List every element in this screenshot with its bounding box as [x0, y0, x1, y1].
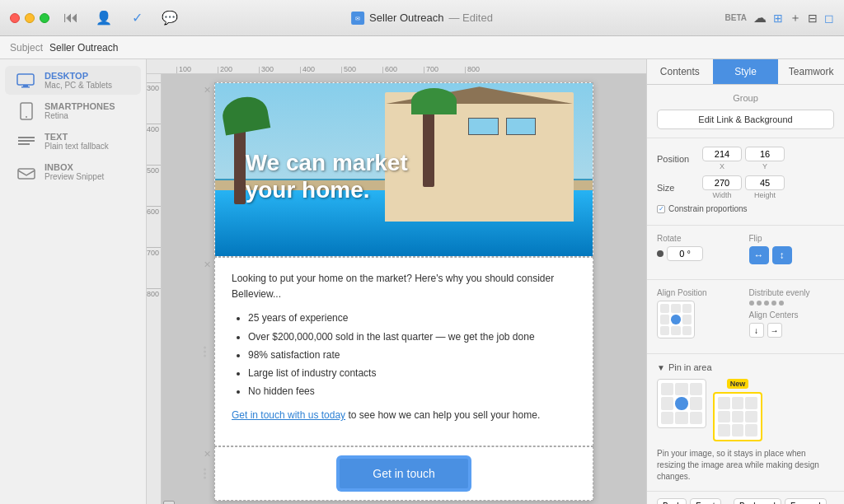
email-body-section[interactable]: ✕ Looking to put your home on the market…: [214, 257, 593, 446]
pin-description: Pin your image, so it stays in place whe…: [657, 448, 834, 483]
forward-btn[interactable]: Forward: [785, 498, 827, 504]
align-center-v-btn[interactable]: →: [767, 323, 782, 338]
edit-link-btn[interactable]: Edit Link & Background: [657, 110, 834, 129]
backward-forward-group: Backward Forward Ungroup: [726, 498, 834, 504]
align-cell-br[interactable]: [682, 326, 692, 335]
text-item-text: TEXT Plain text fallback: [45, 132, 109, 151]
flip-vertical-btn[interactable]: ↕: [772, 246, 792, 264]
canvas-area[interactable]: 100 200 300 400 500 600 700 800 300 400 …: [147, 59, 646, 504]
align-center-h-btn[interactable]: ↓: [749, 323, 764, 338]
cta-button[interactable]: Get in touch: [338, 457, 470, 490]
align-cell-bc[interactable]: [671, 326, 680, 335]
fullscreen-button[interactable]: [40, 13, 49, 23]
subject-bar: Subject Seller Outreach: [0, 36, 844, 59]
section-close-left[interactable]: ✕: [204, 85, 211, 96]
pin-cell[interactable]: [690, 412, 702, 424]
doc-icon: ✉: [351, 12, 364, 25]
title-edited: — Edited: [448, 12, 492, 24]
position-x-input[interactable]: [702, 147, 742, 161]
align-section: Align Position: [657, 288, 743, 338]
sidebar-item-inbox[interactable]: INBOX Preview Snippet: [5, 157, 141, 186]
email-body-content: Looking to put your home on the market? …: [215, 258, 593, 446]
pin-cell[interactable]: [690, 383, 702, 395]
backward-btn[interactable]: Backward: [734, 498, 781, 504]
align-cell-tr[interactable]: [682, 304, 692, 313]
constrain-checkbox[interactable]: ✓: [657, 205, 665, 213]
pin-cell[interactable]: [690, 397, 702, 409]
canvas-scroll[interactable]: 300 400 500 600 700 800: [147, 74, 646, 504]
grid-icon[interactable]: ⊞: [773, 12, 783, 25]
house-window: [506, 118, 537, 135]
traffic-lights: [10, 13, 49, 23]
layout-icon[interactable]: ⊟: [808, 12, 818, 25]
comment-icon[interactable]: 💬: [158, 9, 181, 27]
pin-cell[interactable]: [661, 383, 673, 395]
w-label: Width: [712, 191, 731, 199]
pin-arrow-icon: ▼: [657, 363, 665, 372]
ruler-vertical: 300 400 500 600 700 800: [147, 74, 162, 504]
email-hero-section[interactable]: We can market your home. ✕: [214, 82, 593, 257]
plus-icon[interactable]: ＋: [790, 11, 801, 26]
rotate-control: [657, 246, 743, 261]
subject-label: Subject: [10, 42, 43, 54]
ruler-v-mark: 800: [147, 288, 161, 329]
dist-dot: [771, 301, 776, 306]
sidebar-item-desktop[interactable]: DESKTOP Mac, PC & Tablets: [5, 66, 141, 95]
flip-horizontal-btn[interactable]: ↔: [749, 246, 769, 264]
tab-contents[interactable]: Contents: [647, 59, 713, 84]
flip-label: Flip: [749, 234, 835, 243]
pin-cell[interactable]: [661, 412, 673, 424]
cloud-icon[interactable]: ☁: [753, 10, 767, 26]
backward-forward-buttons: Backward Forward: [734, 498, 827, 504]
pin-new-cell: [718, 424, 730, 436]
cta-link-text[interactable]: Get in touch with us today: [232, 409, 345, 421]
pin-new-cell: [732, 424, 744, 436]
email-cta-section[interactable]: ✕ Get in touch: [214, 446, 593, 501]
nav-back-icon[interactable]: ⏮: [59, 9, 82, 27]
position-y-input[interactable]: [745, 147, 785, 161]
drag-handle[interactable]: [204, 346, 206, 357]
size-w-input[interactable]: [702, 175, 742, 190]
align-distribute-section: Align Position Distribute evenly: [647, 280, 844, 354]
ruler-v-mark: 600: [147, 206, 161, 247]
rotate-input[interactable]: [667, 246, 703, 261]
pin-new-cell: [718, 411, 730, 423]
minimize-button[interactable]: [25, 13, 35, 23]
back-btn[interactable]: Back: [657, 498, 687, 504]
pin-cell[interactable]: [661, 397, 673, 409]
h-label: Height: [754, 191, 776, 199]
pin-new-badge: New: [727, 379, 749, 389]
front-btn[interactable]: Front: [690, 498, 720, 504]
sidebar-item-text[interactable]: TEXT Plain text fallback: [5, 127, 141, 156]
align-cell-tc[interactable]: [671, 304, 680, 313]
align-cell-tl[interactable]: [660, 304, 669, 313]
align-cell-ml[interactable]: [660, 315, 669, 324]
inbox-item-text: INBOX Preview Snippet: [45, 162, 104, 181]
window-icon[interactable]: ◻: [824, 12, 834, 25]
dist-dot: [757, 301, 762, 306]
sidebar-item-smartphones[interactable]: SMARTPHONES Retina: [5, 96, 141, 125]
bullet-item-2: 98% satisfaction rate: [248, 348, 576, 363]
align-cell-bl[interactable]: [660, 326, 669, 335]
cta-close[interactable]: ✕: [204, 449, 211, 460]
email-bullet-list: 25 years of experience Over $200,000,000…: [232, 310, 576, 399]
title-center: ✉ Seller Outreach — Edited: [351, 12, 493, 25]
subject-value: Seller Outreach: [49, 42, 118, 54]
pin-cell[interactable]: [675, 412, 687, 424]
ruler-mark: 100: [176, 67, 218, 73]
tab-style[interactable]: Style: [713, 59, 779, 84]
pin-new-cell: [745, 424, 757, 436]
back-front-group: Back Front Group: [657, 498, 721, 504]
position-section: Position X Y Size: [647, 138, 844, 226]
align-cell-mr[interactable]: [682, 315, 692, 324]
group-section: Group Edit Link & Background: [647, 85, 844, 138]
size-h-input[interactable]: [745, 175, 785, 190]
cta-handle[interactable]: [204, 468, 206, 478]
align-cell-center[interactable]: [671, 315, 680, 324]
close-button[interactable]: [10, 13, 20, 23]
tab-teamwork[interactable]: Teamwork: [778, 59, 844, 84]
canvas-main[interactable]: We can market your home. ✕ ✕: [162, 74, 646, 504]
pin-cell[interactable]: [675, 383, 687, 395]
pin-cell-active[interactable]: [675, 397, 687, 409]
ruler-v-mark: 700: [147, 247, 161, 288]
